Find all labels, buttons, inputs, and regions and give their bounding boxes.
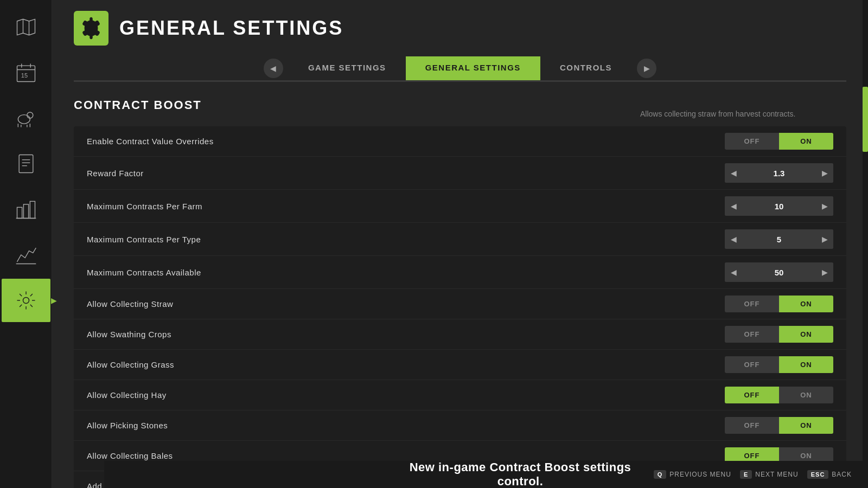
setting-label-max-contracts-available: Maximum Contracts Available — [87, 268, 201, 277]
toggle-off-allow-swathing-crops[interactable]: OFF — [725, 326, 779, 343]
toggle-on-allow-collecting-straw[interactable]: ON — [779, 296, 833, 312]
setting-label-max-contracts-per-farm: Maximum Contracts Per Farm — [87, 202, 202, 211]
stepper-reward-factor: ◀ 1.3 ▶ — [725, 163, 833, 183]
toggle-off-allow-picking-stones[interactable]: OFF — [725, 417, 779, 434]
sidebar-item-production[interactable] — [2, 188, 50, 231]
stepper-decrement-max-contracts-available[interactable]: ◀ — [725, 262, 742, 282]
setting-row-allow-collecting-straw: Allow Collecting Straw OFF ON — [74, 289, 846, 319]
bottom-bar: New in-game Contract Boost settings cont… — [104, 461, 868, 488]
svg-rect-7 — [30, 201, 35, 218]
bottom-control-previous-menu[interactable]: Q PREVIOUS MENU — [654, 470, 731, 479]
sidebar-item-animals[interactable] — [2, 97, 50, 140]
toggle-off-allow-collecting-straw[interactable]: OFF — [725, 296, 779, 312]
setting-row-allow-picking-stones: Allow Picking Stones OFF ON — [74, 410, 846, 441]
stepper-max-contracts-per-farm: ◀ 10 ▶ — [725, 196, 833, 216]
toggle-allow-collecting-grass: OFF ON — [725, 356, 833, 373]
scrollbar-track — [863, 0, 868, 488]
setting-label-max-contracts-per-type: Maximum Contracts Per Type — [87, 235, 201, 244]
setting-row-enable-contract-value-overrides: Enable Contract Value Overrides OFF ON — [74, 126, 846, 157]
scrollbar-thumb[interactable] — [863, 87, 868, 152]
tab-controls[interactable]: CONTROLS — [540, 56, 631, 80]
stepper-value-max-contracts-available: 50 — [742, 268, 816, 277]
stepper-increment-max-contracts-per-type[interactable]: ▶ — [816, 229, 833, 249]
settings-list: Enable Contract Value Overrides OFF ON R… — [74, 126, 846, 488]
stepper-increment-max-contracts-available[interactable]: ▶ — [816, 262, 833, 282]
tab-general-settings[interactable]: GENERAL SETTINGS — [406, 56, 540, 80]
label-back: BACK — [832, 471, 852, 478]
bottom-hint: New in-game Contract Boost settings cont… — [387, 460, 653, 488]
setting-label-allow-picking-stones: Allow Picking Stones — [87, 421, 168, 430]
svg-point-8 — [23, 298, 29, 304]
sidebar-item-map[interactable] — [2, 5, 50, 49]
settings-content: CONTRACT BOOST Enable Contract Value Ove… — [74, 82, 846, 488]
toggle-on-allow-collecting-hay[interactable]: ON — [779, 387, 833, 403]
bottom-control-back[interactable]: ESC BACK — [807, 470, 852, 479]
sidebar-item-settings[interactable] — [2, 279, 50, 322]
stepper-increment-reward-factor[interactable]: ▶ — [816, 163, 833, 183]
toggle-enable-contract-value-overrides: OFF ON — [725, 133, 833, 150]
stepper-decrement-max-contracts-per-farm[interactable]: ◀ — [725, 196, 742, 216]
setting-row-max-contracts-per-type: Maximum Contracts Per Type ◀ 5 ▶ — [74, 223, 846, 256]
svg-rect-4 — [19, 155, 33, 173]
tab-game-settings[interactable]: GAME SETTINGS — [289, 56, 406, 80]
key-esc: ESC — [807, 470, 829, 479]
stepper-max-contracts-per-type: ◀ 5 ▶ — [725, 229, 833, 249]
toggle-off-enable-contract-value-overrides[interactable]: OFF — [725, 133, 779, 150]
setting-row-allow-collecting-grass: Allow Collecting Grass OFF ON — [74, 350, 846, 380]
key-q: Q — [654, 470, 667, 479]
toggle-off-allow-collecting-hay[interactable]: OFF — [725, 387, 779, 403]
toggle-on-enable-contract-value-overrides[interactable]: ON — [779, 133, 833, 150]
page-title: GENERAL SETTINGS — [119, 17, 343, 40]
stepper-value-max-contracts-per-type: 5 — [742, 235, 816, 244]
help-text: Allows collecting straw from harvest con… — [640, 108, 846, 120]
label-next-menu: NEXT MENU — [755, 471, 798, 478]
stepper-value-reward-factor: 1.3 — [742, 169, 816, 178]
sidebar-item-contracts[interactable] — [2, 142, 50, 185]
setting-label-reward-factor: Reward Factor — [87, 169, 144, 178]
toggle-allow-picking-stones: OFF ON — [725, 417, 833, 434]
sidebar: 15 — [0, 0, 52, 488]
sidebar-item-stats[interactable] — [2, 233, 50, 277]
tab-prev-button[interactable]: ◀ — [264, 59, 283, 78]
stepper-decrement-max-contracts-per-type[interactable]: ◀ — [725, 229, 742, 249]
label-previous-menu: PREVIOUS MENU — [669, 471, 731, 478]
svg-point-2 — [18, 115, 30, 124]
setting-label-enable-contract-value-overrides: Enable Contract Value Overrides — [87, 137, 214, 146]
setting-label-allow-collecting-straw: Allow Collecting Straw — [87, 299, 173, 309]
toggle-allow-swathing-crops: OFF ON — [725, 326, 833, 343]
bottom-control-next-menu[interactable]: E NEXT MENU — [740, 470, 799, 479]
main-content: GENERAL SETTINGS ◀ GAME SETTINGS GENERAL… — [52, 0, 868, 488]
setting-row-max-contracts-per-farm: Maximum Contracts Per Farm ◀ 10 ▶ — [74, 190, 846, 223]
toggle-off-allow-collecting-grass[interactable]: OFF — [725, 356, 779, 373]
stepper-increment-max-contracts-per-farm[interactable]: ▶ — [816, 196, 833, 216]
toggle-allow-collecting-hay: OFF ON — [725, 387, 833, 403]
help-panel: Allows collecting straw from harvest con… — [640, 108, 846, 120]
setting-row-allow-swathing-crops: Allow Swathing Crops OFF ON — [74, 319, 846, 350]
sidebar-item-calendar[interactable]: 15 — [2, 51, 50, 94]
tabs-container: ◀ GAME SETTINGS GENERAL SETTINGS CONTROL… — [52, 56, 868, 80]
svg-rect-6 — [23, 204, 28, 219]
header-icon — [74, 11, 108, 46]
svg-point-3 — [27, 112, 33, 118]
setting-label-allow-collecting-hay: Allow Collecting Hay — [87, 390, 167, 400]
setting-label-allow-collecting-grass: Allow Collecting Grass — [87, 360, 174, 369]
svg-rect-5 — [17, 207, 22, 218]
svg-text:15: 15 — [21, 72, 27, 79]
setting-row-reward-factor: Reward Factor ◀ 1.3 ▶ — [74, 157, 846, 190]
setting-label-allow-collecting-bales: Allow Collecting Bales — [87, 451, 173, 460]
setting-row-allow-collecting-hay: Allow Collecting Hay OFF ON — [74, 380, 846, 410]
toggle-on-allow-picking-stones[interactable]: ON — [779, 417, 833, 434]
tab-next-button[interactable]: ▶ — [637, 59, 656, 78]
toggle-allow-collecting-straw: OFF ON — [725, 296, 833, 312]
toggle-on-allow-swathing-crops[interactable]: ON — [779, 326, 833, 343]
setting-row-max-contracts-available: Maximum Contracts Available ◀ 50 ▶ — [74, 256, 846, 289]
key-e: E — [740, 470, 752, 479]
stepper-decrement-reward-factor[interactable]: ◀ — [725, 163, 742, 183]
setting-label-allow-swathing-crops: Allow Swathing Crops — [87, 330, 171, 339]
header: GENERAL SETTINGS — [52, 0, 868, 56]
stepper-max-contracts-available: ◀ 50 ▶ — [725, 262, 833, 282]
stepper-value-max-contracts-per-farm: 10 — [742, 202, 816, 211]
toggle-on-allow-collecting-grass[interactable]: ON — [779, 356, 833, 373]
bottom-controls: Q PREVIOUS MENU E NEXT MENU ESC BACK — [654, 470, 852, 479]
